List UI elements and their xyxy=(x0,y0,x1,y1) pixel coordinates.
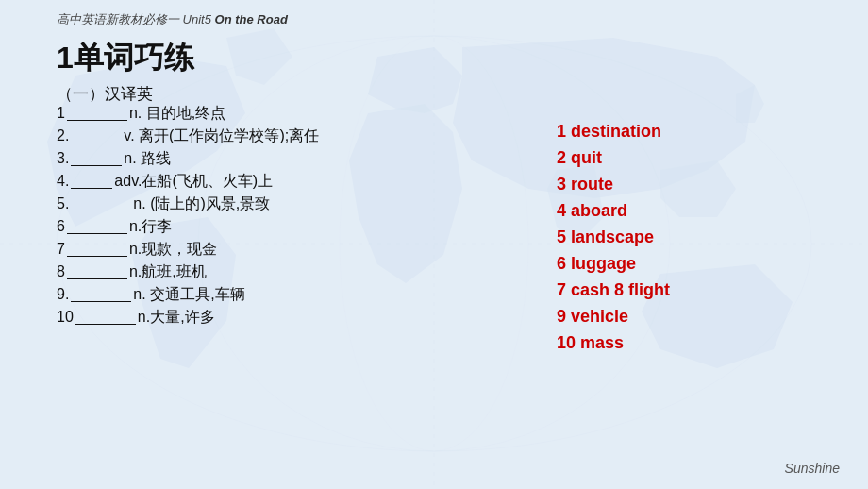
answer-item-7: 7 cash 8 flight xyxy=(557,281,670,298)
answers-panel: 1 destination2 quit3 route4 aboard5 land… xyxy=(557,123,670,361)
blank-9 xyxy=(71,301,131,302)
answer-item-5: 5 landscape xyxy=(557,228,670,245)
footer-sunshine: Sunshine xyxy=(785,461,840,476)
answer-item-4: 4 aboard xyxy=(557,202,670,219)
header-prefix: 高中英语新教材必修一 Unit5 xyxy=(57,12,215,26)
vocab-item-9: 9.n. 交通工具,车辆 xyxy=(57,287,319,302)
answer-item-8: 9 vehicle xyxy=(557,308,670,325)
vocab-text-6: n.行李 xyxy=(129,218,172,234)
blank-10 xyxy=(75,324,136,325)
vocab-list: 1n. 目的地,终点 2.v. 离开(工作岗位学校等);离任 3.n. 路线 4… xyxy=(57,106,319,332)
vocab-item-6: 6n.行李 xyxy=(57,219,319,234)
blank-7 xyxy=(67,256,127,257)
answer-item-3: 3 route xyxy=(557,176,670,193)
answer-item-6: 6 luggage xyxy=(557,255,670,272)
blank-8 xyxy=(67,278,127,279)
vocab-text-9: n. 交通工具,车辆 xyxy=(133,286,244,302)
blank-2 xyxy=(71,143,122,143)
vocab-num-7: 7 xyxy=(57,241,65,257)
vocab-text-7: n.现款，现金 xyxy=(129,241,217,257)
vocab-num-8: 8 xyxy=(57,263,65,279)
vocab-num-10: 10 xyxy=(57,309,74,325)
vocab-num-9: 9. xyxy=(57,286,69,302)
blank-5 xyxy=(71,211,131,211)
vocab-item-2: 2.v. 离开(工作岗位学校等);离任 xyxy=(57,128,319,143)
header: 高中英语新教材必修一 Unit5 On the Road xyxy=(57,11,288,28)
blank-4 xyxy=(71,188,112,189)
main-title: 1单词巧练 xyxy=(57,38,194,79)
vocab-num-3: 3. xyxy=(57,150,69,166)
vocab-text-1: n. 目的地,终点 xyxy=(129,105,225,121)
vocab-item-3: 3.n. 路线 xyxy=(57,151,319,166)
vocab-text-2: v. 离开(工作岗位学校等);离任 xyxy=(124,127,319,143)
vocab-item-1: 1n. 目的地,终点 xyxy=(57,106,319,121)
vocab-item-10: 10n.大量,许多 xyxy=(57,310,319,325)
blank-1 xyxy=(67,120,127,121)
answer-item-9: 10 mass xyxy=(557,334,670,351)
vocab-text-5: n. (陆上的)风景,景致 xyxy=(133,195,270,211)
vocab-num-1: 1 xyxy=(57,105,65,121)
vocab-text-8: n.航班,班机 xyxy=(129,263,207,279)
vocab-num-4: 4. xyxy=(57,173,69,189)
answer-item-1: 1 destination xyxy=(557,123,670,140)
subtitle: （一）汉译英 xyxy=(57,83,153,105)
vocab-text-4: adv.在船(飞机、火车)上 xyxy=(114,173,273,189)
vocab-num-6: 6 xyxy=(57,218,65,234)
vocab-text-3: n. 路线 xyxy=(124,150,171,166)
vocab-num-5: 5. xyxy=(57,195,69,211)
vocab-item-7: 7n.现款，现金 xyxy=(57,242,319,257)
page-content: 高中英语新教材必修一 Unit5 On the Road 1单词巧练 （一）汉译… xyxy=(0,0,868,489)
vocab-item-8: 8n.航班,班机 xyxy=(57,264,319,279)
blank-3 xyxy=(71,165,122,166)
blank-6 xyxy=(67,233,127,234)
vocab-item-5: 5.n. (陆上的)风景,景致 xyxy=(57,196,319,211)
answer-item-2: 2 quit xyxy=(557,149,670,166)
header-title: On the Road xyxy=(215,12,288,26)
vocab-text-10: n.大量,许多 xyxy=(138,309,215,325)
vocab-num-2: 2. xyxy=(57,127,69,143)
vocab-item-4: 4.adv.在船(飞机、火车)上 xyxy=(57,174,319,189)
